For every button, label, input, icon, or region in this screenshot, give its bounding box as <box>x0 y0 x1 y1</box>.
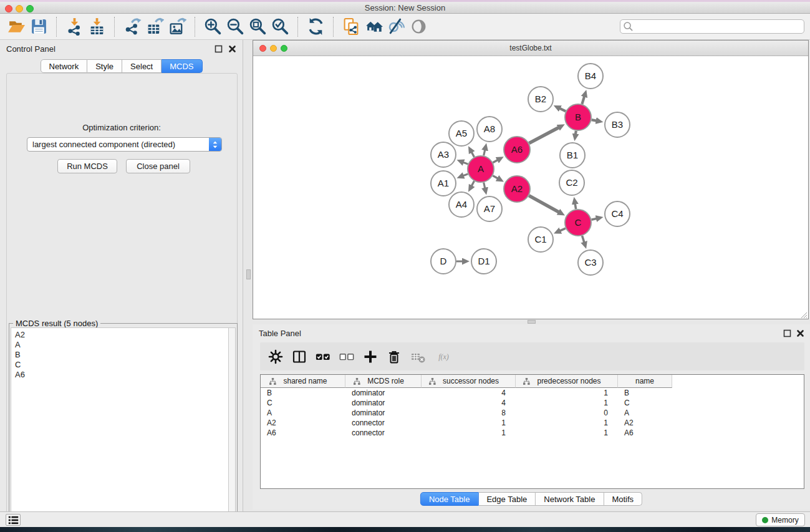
edge-A-A3[interactable] <box>462 162 468 164</box>
node-label-C1: C1 <box>534 234 546 244</box>
edge-A-A4[interactable] <box>471 181 474 187</box>
column-header-name[interactable]: name <box>618 375 672 388</box>
control-panel-header: Control Panel <box>0 40 243 56</box>
table-cell: 1 <box>516 428 618 438</box>
table-settings-gear-icon[interactable] <box>265 347 286 366</box>
column-header-MCDS-role[interactable]: MCDS role <box>345 375 422 388</box>
home-view-icon[interactable] <box>362 16 385 37</box>
save-session-icon[interactable] <box>27 16 50 37</box>
table-row[interactable]: Adominator80A <box>261 408 804 418</box>
column-header-label: MCDS role <box>367 377 404 385</box>
edge-A-A6[interactable] <box>493 160 498 163</box>
tab-style[interactable]: Style <box>87 59 122 73</box>
edge-A2-C[interactable] <box>529 196 560 213</box>
optimization-criterion-value: largest connected component (directed) <box>32 140 175 149</box>
table-cell: A <box>618 408 672 418</box>
edge-A-A7[interactable] <box>484 182 485 189</box>
run-mcds-button[interactable]: Run MCDS <box>57 159 117 173</box>
float-panel-icon[interactable] <box>215 44 223 52</box>
tab-network[interactable]: Network <box>40 59 87 73</box>
edge-A-A2[interactable] <box>493 176 499 179</box>
edge-C-C4[interactable] <box>591 218 597 220</box>
edge-B-B1[interactable] <box>576 131 576 136</box>
table-row[interactable]: A6connector11A6 <box>261 428 804 438</box>
search-input[interactable] <box>620 19 804 34</box>
network-view-window[interactable]: testGlobe.txt B4B2BB3A5A8A6A3B1AA1C2A2A4… <box>253 40 809 319</box>
select-all-columns-icon[interactable] <box>312 347 334 366</box>
column-header-successor-nodes[interactable]: successor nodes <box>422 375 516 388</box>
mcds-result-item[interactable]: A6 <box>15 370 228 380</box>
close-panel-button[interactable]: Close panel <box>126 159 190 173</box>
mcds-result-item[interactable]: C <box>15 360 228 370</box>
edge-C-C1[interactable] <box>559 228 566 231</box>
zoom-out-icon[interactable] <box>224 16 246 37</box>
tab-select[interactable]: Select <box>122 59 162 73</box>
network-canvas[interactable]: B4B2BB3A5A8A6A3B1AA1C2A2A4A7C4CC1C3DD1 <box>253 56 808 319</box>
zoom-in-icon[interactable] <box>201 16 224 37</box>
toggle-columns-panel-icon[interactable] <box>289 347 310 366</box>
export-image-icon[interactable] <box>166 16 188 37</box>
delete-table-icon <box>407 347 428 366</box>
node-label-B4: B4 <box>585 70 596 81</box>
toolbar-group <box>63 16 108 37</box>
zoom-fit-icon[interactable] <box>246 16 269 37</box>
export-network-icon[interactable] <box>121 16 143 37</box>
column-header-predecessor-nodes[interactable]: predecessor nodes <box>516 375 618 388</box>
edge-A-A8[interactable] <box>484 148 485 155</box>
edge-A6-B[interactable] <box>529 127 559 143</box>
table-row[interactable]: Bdominator41B <box>261 388 804 398</box>
open-session-icon[interactable] <box>5 16 27 37</box>
column-header-label: successor nodes <box>443 377 499 385</box>
unselect-all-columns-icon[interactable] <box>336 347 357 366</box>
import-table-icon[interactable] <box>85 16 108 37</box>
edge-B-B3[interactable] <box>592 120 598 121</box>
node-label-A3: A3 <box>438 149 449 160</box>
session-title: Session: New Session <box>0 3 810 12</box>
task-history-button[interactable] <box>6 514 21 526</box>
edge-C-C2[interactable] <box>575 203 576 210</box>
show-all-eye-icon[interactable] <box>407 16 430 37</box>
node-label-D: D <box>440 256 447 266</box>
export-table-icon[interactable] <box>143 16 166 37</box>
memory-button[interactable]: Memory <box>756 513 805 526</box>
mcds-result-list[interactable]: A2ABCA6 <box>11 327 228 532</box>
app-titlebar[interactable]: Session: New Session <box>0 2 810 14</box>
close-panel-icon[interactable] <box>228 44 236 52</box>
edge-A-A5[interactable] <box>471 151 474 157</box>
result-scrollbar[interactable] <box>228 327 236 532</box>
tab-mcds[interactable]: MCDS <box>162 59 202 73</box>
table-cell: 0 <box>516 408 618 418</box>
tab-motifs[interactable]: Motifs <box>604 492 642 506</box>
edge-C-C3[interactable] <box>582 236 585 243</box>
desktop-vertical-scroll-thumb[interactable] <box>246 269 251 279</box>
refresh-icon[interactable] <box>304 16 327 37</box>
delete-columns-icon[interactable] <box>383 347 405 366</box>
table-row[interactable]: A2connector11A2 <box>261 418 804 428</box>
edge-B-B4[interactable] <box>582 95 584 104</box>
resize-grip-icon[interactable] <box>799 310 808 318</box>
mcds-result-item[interactable]: A <box>15 340 228 350</box>
network-window-titlebar[interactable]: testGlobe.txt <box>253 41 808 56</box>
zoom-selected-icon[interactable] <box>269 16 291 37</box>
tab-node-table[interactable]: Node Table <box>420 492 479 506</box>
table-cell: 1 <box>422 428 516 438</box>
float-table-panel-icon[interactable] <box>783 329 791 337</box>
copy-style-icon[interactable] <box>340 16 362 37</box>
close-table-panel-icon[interactable] <box>796 329 804 337</box>
tab-edge-table[interactable]: Edge Table <box>478 492 536 506</box>
mcds-result-item[interactable]: B <box>15 350 228 360</box>
node-table: shared nameMCDS rolesuccessor nodesprede… <box>260 374 804 489</box>
tab-network-table[interactable]: Network Table <box>536 492 604 506</box>
table-row[interactable]: Cdominator41C <box>261 398 804 408</box>
shared-column-icon <box>523 378 530 385</box>
column-header-shared-name[interactable]: shared name <box>261 375 345 388</box>
network-desktop-pane: testGlobe.txt B4B2BB3A5A8A6A3B1AA1C2A2A4… <box>243 40 810 511</box>
edge-B-B2[interactable] <box>559 108 566 112</box>
optimization-criterion-select[interactable]: largest connected component (directed) <box>27 137 222 152</box>
mcds-result-item[interactable]: A2 <box>15 330 228 340</box>
add-column-icon[interactable] <box>360 347 381 366</box>
import-network-icon[interactable] <box>63 16 85 37</box>
edge-A-A1[interactable] <box>462 174 468 177</box>
desktop-horizontal-scroll-thumb[interactable] <box>528 320 536 324</box>
hide-selected-icon[interactable] <box>385 16 407 37</box>
